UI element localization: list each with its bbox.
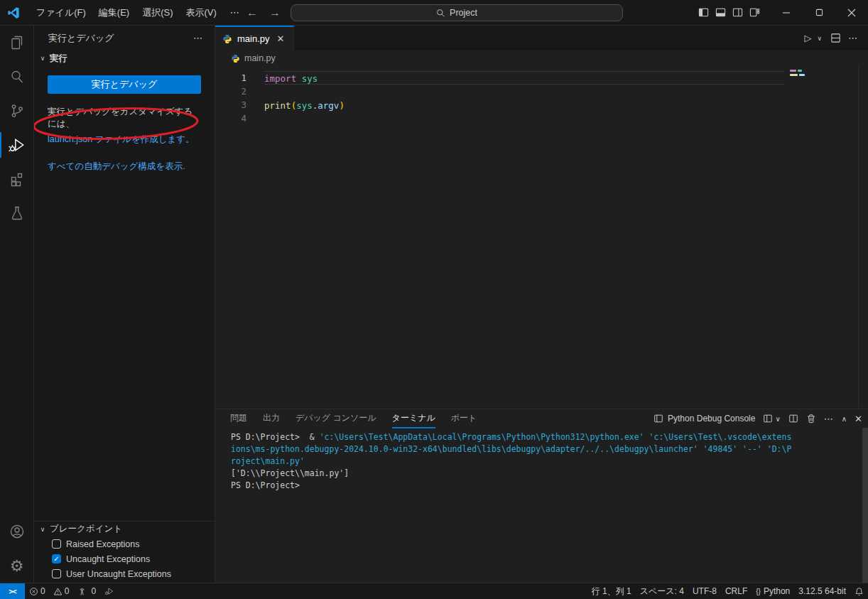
tab-ports[interactable]: ポート	[451, 409, 477, 428]
code-line[interactable]: 2	[215, 85, 868, 98]
breakpoints-section: ∨ ブレークポイント ✓ Raised Exceptions ✓ Uncaugh…	[34, 521, 215, 583]
breakpoint-user-uncaught-exceptions[interactable]: ✓ User Uncaught Exceptions	[34, 566, 215, 581]
tab-problems[interactable]: 問題	[230, 409, 247, 428]
code-editor[interactable]: 1 import sys 2 3 print(sys.argv) 4	[215, 66, 868, 409]
terminal-line: PS D:\Project>	[231, 480, 855, 492]
eol-sequence[interactable]: CRLF	[721, 583, 752, 599]
breakpoint-raised-exceptions[interactable]: ✓ Raised Exceptions	[34, 536, 215, 551]
split-editor-icon[interactable]	[830, 33, 841, 43]
launch-profile-button[interactable]: ∨	[763, 414, 780, 423]
editor-more-actions-icon[interactable]: ⋯	[845, 33, 861, 43]
ports-status[interactable]: 0	[73, 583, 100, 599]
create-launch-json-link[interactable]: launch.json ファイルを作成します。	[48, 134, 201, 146]
kill-terminal-trash-icon[interactable]	[806, 414, 816, 423]
maximize-panel-icon[interactable]: ∧	[842, 415, 847, 423]
sidebar-more-actions-icon[interactable]: ⋯	[190, 31, 206, 45]
status-bar: >< 0 0 0 行 1、列 1 スペース: 4 UTF-8 CRLF {}	[0, 583, 868, 599]
sidebar-title: 実行とデバッグ	[48, 32, 190, 45]
account-icon[interactable]	[0, 514, 34, 549]
nav-forward-icon[interactable]: →	[268, 6, 282, 19]
terminal-scrollbar[interactable]	[862, 428, 868, 583]
menu-overflow-icon[interactable]: ⋯	[223, 4, 248, 22]
run-and-debug-icon[interactable]	[0, 128, 34, 162]
testing-icon[interactable]	[0, 196, 34, 230]
chevron-down-icon: ∨	[37, 526, 48, 533]
run-section-header[interactable]: ∨ 実行	[34, 50, 215, 66]
debug-alt-icon	[104, 586, 114, 596]
activity-bar: ⚙	[0, 26, 34, 583]
checkbox[interactable]: ✓	[52, 539, 61, 549]
nav-back-icon[interactable]: ←	[245, 6, 259, 19]
checkbox[interactable]: ✓	[52, 554, 61, 563]
code-line[interactable]: 4	[215, 112, 868, 125]
window-minimize-button[interactable]	[770, 0, 803, 26]
breadcrumb[interactable]: main.py	[215, 50, 868, 66]
window-close-button[interactable]	[835, 0, 868, 26]
checkbox[interactable]: ✓	[52, 569, 61, 578]
editor-group: main.py ✕ ▷ ∨ ⋯ main.py 1 import sys	[215, 26, 868, 583]
titlebar-right	[698, 0, 868, 26]
run-debug-sidebar: 実行とデバッグ ⋯ ∨ 実行 実行とデバッグ 実行とデバッグをカスタマイズするに…	[34, 26, 215, 583]
language-mode[interactable]: {} Python	[752, 583, 794, 599]
minimap[interactable]	[787, 70, 858, 78]
command-center-search[interactable]: Project	[291, 4, 623, 21]
terminal-line: roject\main.py'	[231, 455, 855, 468]
terminal-line: ions\ms-python.debugpy-2024.10.0-win32-x…	[231, 443, 855, 455]
debug-status-icon[interactable]	[100, 583, 119, 599]
run-dropdown-chevron-icon[interactable]: ∨	[817, 35, 822, 42]
cursor-position[interactable]: 行 1、列 1	[587, 583, 636, 599]
title-bar: ファイル(F) 編集(E) 選択(S) 表示(V) ⋯ ← → Project	[0, 0, 868, 26]
code-line[interactable]: 1 import sys	[215, 71, 868, 85]
panel-more-actions-icon[interactable]: ⋯	[824, 414, 834, 424]
indentation[interactable]: スペース: 4	[636, 583, 688, 599]
python-interpreter[interactable]: 3.12.5 64-bit	[794, 583, 850, 599]
braces-icon: {}	[756, 588, 761, 595]
terminal-instance-selector[interactable]: Python Debug Console	[653, 414, 755, 423]
terminal-line: ['D:\\Project\\main.py']	[231, 468, 855, 480]
chevron-down-icon: ∨	[37, 55, 48, 62]
notifications-bell[interactable]	[850, 583, 868, 599]
chevron-down-icon: ∨	[775, 415, 780, 423]
settings-gear-icon[interactable]: ⚙	[0, 549, 34, 583]
show-all-debug-configs-link[interactable]: すべての自動デバッグ構成を表示.	[48, 161, 201, 173]
search-icon	[436, 9, 445, 18]
toggle-secondary-sidebar-icon[interactable]	[732, 7, 743, 18]
breakpoints-header[interactable]: ∨ ブレークポイント	[34, 522, 215, 536]
tab-main-py[interactable]: main.py ✕	[215, 26, 294, 50]
split-terminal-icon[interactable]	[788, 414, 798, 423]
terminal-output[interactable]: PS D:\Project> & 'c:\Users\Test\AppData\…	[215, 428, 868, 583]
search-view-icon[interactable]	[0, 60, 34, 94]
explorer-icon[interactable]	[0, 26, 34, 60]
customize-layout-icon[interactable]	[749, 7, 760, 18]
code-line[interactable]: 3 print(sys.argv)	[215, 98, 868, 112]
window-maximize-button[interactable]	[803, 0, 835, 26]
tab-output[interactable]: 出力	[263, 409, 280, 428]
menu-selection[interactable]: 選択(S)	[136, 4, 179, 22]
source-control-icon[interactable]	[0, 94, 34, 128]
new-terminal-icon	[763, 414, 773, 423]
menu-file[interactable]: ファイル(F)	[30, 4, 92, 22]
warning-icon	[53, 587, 63, 596]
tab-debug-console[interactable]: デバッグ コンソール	[295, 409, 376, 428]
breadcrumb-item[interactable]: main.py	[244, 53, 276, 63]
line-number: 1	[215, 71, 246, 85]
close-panel-icon[interactable]: ✕	[855, 414, 862, 424]
radio-tower-icon	[77, 587, 87, 596]
python-file-icon	[222, 34, 232, 44]
toggle-sidebar-icon[interactable]	[698, 7, 709, 18]
remote-indicator[interactable]: ><	[0, 583, 25, 599]
menu-view[interactable]: 表示(V)	[180, 4, 223, 22]
vscode-window: ファイル(F) 編集(E) 選択(S) 表示(V) ⋯ ← → Project	[0, 0, 868, 599]
breakpoint-uncaught-exceptions[interactable]: ✓ Uncaught Exceptions	[34, 551, 215, 566]
command-center: ← → Project	[245, 0, 623, 26]
run-and-debug-button[interactable]: 実行とデバッグ	[48, 75, 201, 94]
tab-terminal[interactable]: ターミナル	[392, 409, 435, 428]
toggle-panel-icon[interactable]	[715, 7, 726, 18]
extensions-icon[interactable]	[0, 162, 34, 196]
editor-tab-bar: main.py ✕ ▷ ∨ ⋯	[215, 26, 868, 50]
tab-close-icon[interactable]: ✕	[275, 33, 287, 45]
encoding[interactable]: UTF-8	[688, 583, 721, 599]
menu-edit[interactable]: 編集(E)	[92, 4, 136, 22]
problems-status[interactable]: 0 0	[25, 583, 73, 599]
run-python-file-icon[interactable]: ▷	[804, 33, 811, 43]
